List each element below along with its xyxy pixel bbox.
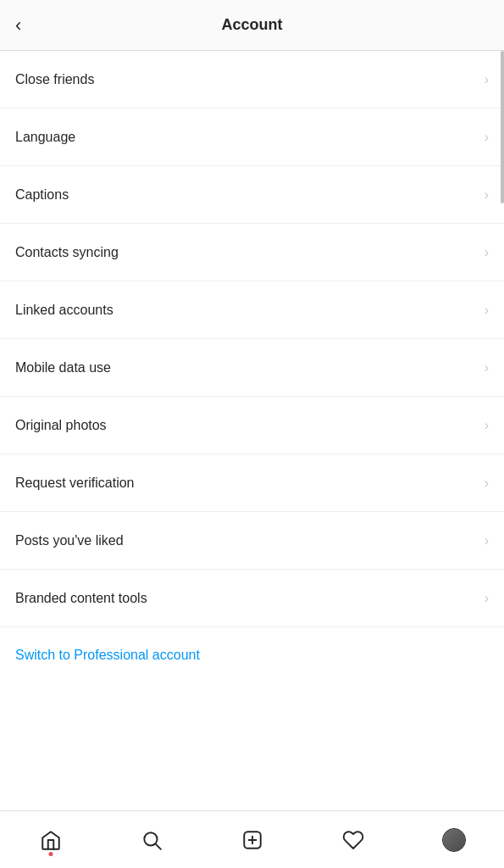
menu-item-label-linked-accounts: Linked accounts bbox=[15, 303, 114, 318]
chevron-icon-posts-liked: › bbox=[485, 533, 489, 548]
nav-search[interactable] bbox=[130, 819, 173, 861]
menu-item-label-language: Language bbox=[15, 130, 75, 145]
nav-add[interactable] bbox=[231, 819, 274, 861]
menu-item-label-request-verification: Request verification bbox=[15, 476, 135, 491]
menu-item-label-captions: Captions bbox=[15, 187, 69, 203]
menu-item-close-friends[interactable]: Close friends› bbox=[0, 51, 504, 108]
menu-item-linked-accounts[interactable]: Linked accounts› bbox=[0, 281, 504, 339]
profile-avatar bbox=[442, 828, 466, 852]
settings-list: Close friends›Language›Captions›Contacts… bbox=[0, 51, 504, 810]
chevron-icon-close-friends: › bbox=[485, 72, 489, 87]
add-icon bbox=[241, 829, 263, 851]
menu-item-mobile-data-use[interactable]: Mobile data use› bbox=[0, 339, 504, 397]
chevron-icon-contacts-syncing: › bbox=[485, 245, 489, 260]
chevron-icon-linked-accounts: › bbox=[485, 303, 489, 318]
header: ‹ Account bbox=[0, 0, 504, 51]
chevron-icon-request-verification: › bbox=[485, 476, 489, 491]
menu-item-label-original-photos: Original photos bbox=[15, 418, 107, 433]
svg-line-1 bbox=[155, 843, 160, 849]
menu-item-contacts-syncing[interactable]: Contacts syncing› bbox=[0, 224, 504, 281]
chevron-icon-mobile-data-use: › bbox=[485, 360, 489, 376]
chevron-icon-branded-content-tools: › bbox=[485, 591, 489, 606]
switch-professional-label: Switch to Professional account bbox=[15, 648, 200, 662]
home-icon bbox=[40, 829, 62, 851]
chevron-icon-captions: › bbox=[485, 187, 489, 203]
menu-item-label-contacts-syncing: Contacts syncing bbox=[15, 245, 119, 260]
nav-profile[interactable] bbox=[433, 819, 475, 861]
menu-item-request-verification[interactable]: Request verification› bbox=[0, 454, 504, 512]
bottom-navigation bbox=[0, 810, 504, 868]
chevron-icon-language: › bbox=[485, 130, 489, 145]
home-notification-dot bbox=[48, 852, 53, 856]
menu-item-label-close-friends: Close friends bbox=[15, 72, 94, 87]
nav-activity[interactable] bbox=[332, 819, 374, 861]
scrollbar-track bbox=[501, 51, 504, 810]
menu-item-language[interactable]: Language› bbox=[0, 108, 504, 166]
nav-home[interactable] bbox=[30, 819, 72, 861]
menu-item-posts-liked[interactable]: Posts you've liked› bbox=[0, 512, 504, 570]
menu-item-branded-content-tools[interactable]: Branded content tools› bbox=[0, 570, 504, 627]
chevron-icon-original-photos: › bbox=[485, 418, 489, 433]
scrollbar-thumb[interactable] bbox=[501, 51, 504, 203]
heart-icon bbox=[342, 829, 364, 851]
switch-professional-item[interactable]: Switch to Professional account bbox=[0, 627, 504, 683]
back-button[interactable]: ‹ bbox=[15, 16, 21, 35]
menu-item-label-posts-liked: Posts you've liked bbox=[15, 533, 124, 548]
menu-item-label-branded-content-tools: Branded content tools bbox=[15, 591, 147, 606]
menu-item-original-photos[interactable]: Original photos› bbox=[0, 397, 504, 454]
page-title: Account bbox=[222, 16, 283, 34]
search-icon bbox=[141, 829, 163, 851]
menu-item-label-mobile-data-use: Mobile data use bbox=[15, 360, 111, 376]
menu-item-captions[interactable]: Captions› bbox=[0, 166, 504, 224]
